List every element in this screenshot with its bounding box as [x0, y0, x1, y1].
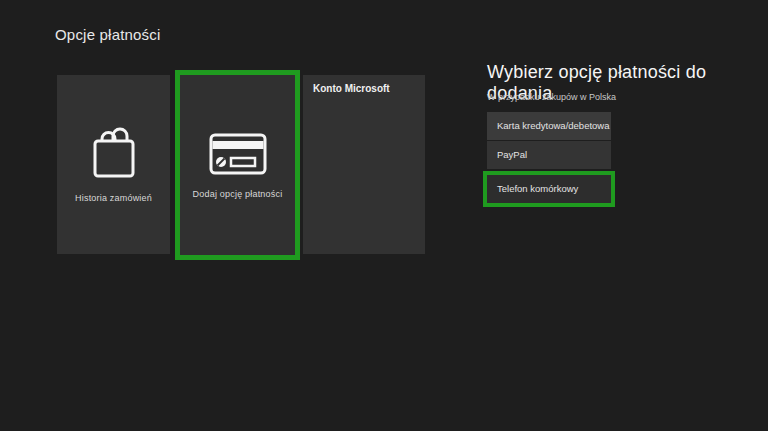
credit-card-icon [209, 133, 267, 175]
panel-subtitle: W przypadku zakupów w Polska [487, 92, 616, 102]
shopping-bag-icon [92, 127, 136, 179]
option-mobile-phone[interactable]: Telefon komórkowy [483, 171, 615, 207]
tile-label: Historia zamówień [75, 193, 152, 203]
tile-order-history[interactable]: Historia zamówień [57, 75, 170, 254]
payment-options-list: Karta kredytowa/debetowa PayPal Telefon … [487, 112, 611, 208]
option-credit-debit-card[interactable]: Karta kredytowa/debetowa [487, 112, 611, 140]
tile-header: Konto Microsoft [313, 83, 390, 94]
option-paypal[interactable]: PayPal [487, 141, 611, 169]
page-title: Opcje płatności [55, 26, 161, 43]
tile-add-payment-option[interactable]: Dodaj opcję płatności [175, 70, 300, 260]
tile-label: Dodaj opcję płatności [193, 189, 283, 199]
tile-microsoft-account[interactable]: Konto Microsoft [303, 75, 425, 254]
